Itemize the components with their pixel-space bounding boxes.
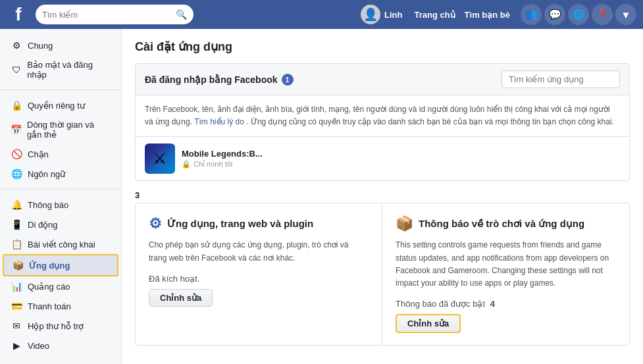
sidebar-item-label: Thanh toán (28, 301, 71, 311)
sidebar-item-label: Dòng thời gian và gắn thẻ (27, 120, 111, 140)
info-link[interactable]: Tìm hiểu lý do (194, 117, 244, 126)
sidebar-item-ngon-ngu[interactable]: 🌐 Ngôn ngữ (3, 164, 118, 184)
col1-title-label: Ứng dụng, trang web và plugin (167, 218, 313, 230)
app-info: Mobile Legends:B... 🔒 Chỉ mình tôi (182, 149, 263, 169)
sidebar-item-dong-thoi-gian[interactable]: 📅 Dòng thời gian và gắn thẻ (3, 115, 118, 144)
messages-icon[interactable]: 💬 (544, 4, 565, 25)
col1-desc: Cho phép bạn sử dụng các ứng dụng, plugi… (149, 239, 369, 264)
nav-user[interactable]: 👤 Linh (361, 5, 402, 24)
settings-col-icon: ⚙ (149, 215, 162, 232)
logged-in-section: Đã đăng nhập bằng Facebook 1 Trên Facebo… (135, 63, 630, 181)
lock-icon: 🔒 (11, 100, 22, 111)
app-thumbnail: ⚔ (145, 143, 175, 174)
sidebar-item-chan[interactable]: 🚫 Chặn (3, 144, 118, 164)
phone-icon: 📱 (11, 219, 22, 230)
nav-icons: 👥 💬 🌐 ❓ ▼ (521, 4, 636, 25)
navbar: f 🔍 👤 Linh Trang chủ Tìm bạn bè 👥 💬 🌐 ❓ … (0, 0, 643, 29)
game-col-icon: 📦 (396, 215, 413, 232)
document-icon: 📋 (11, 239, 22, 249)
sidebar-item-label: Chặn (28, 149, 49, 159)
sidebar: ⚙ Chung 🛡 Bảo mật và đăng nhập 🔒 Quyền r… (0, 29, 122, 364)
col2-title-label: Thông báo về trò chơi và ứng dụng (419, 218, 584, 230)
col1-title: ⚙ Ứng dụng, trang web và plugin (149, 215, 369, 232)
content-area: Cài đặt ứng dụng Đã đăng nhập bằng Faceb… (122, 29, 643, 364)
sidebar-item-ung-dung[interactable]: 📦 Ứng dụng (3, 254, 118, 276)
search-bar[interactable]: 🔍 (36, 5, 193, 24)
section-title-label: Đã đăng nhập bằng Facebook (145, 74, 278, 85)
col2-desc: This setting controls game requests from… (396, 239, 616, 290)
bell-icon: 🔔 (11, 199, 22, 210)
col2-status-label: Thông báo đã được bật (396, 299, 485, 309)
col1-edit-button[interactable]: Chỉnh sửa (149, 289, 213, 307)
sidebar-item-label: Di động (28, 220, 58, 230)
nav-home[interactable]: Trang chủ (414, 10, 455, 20)
page-title: Cài đặt ứng dụng (135, 39, 630, 54)
step4-label: 4 (490, 299, 495, 309)
sidebar-item-video[interactable]: ▶ Video (3, 336, 118, 355)
card-icon: 💳 (11, 301, 22, 311)
app-icon: 📦 (12, 260, 24, 271)
calendar-icon: 📅 (11, 124, 22, 135)
info-text: Trên Facebook, tên, ảnh đại diện, ảnh bì… (136, 95, 629, 137)
col2-status: Thông báo đã được bật 4 (396, 299, 616, 309)
facebook-logo[interactable]: f (7, 3, 30, 26)
sidebar-item-label: Video (28, 341, 49, 351)
sidebar-item-chung[interactable]: ⚙ Chung (3, 36, 118, 55)
video-icon: ▶ (11, 340, 22, 351)
sidebar-item-quyen-rieng-tu[interactable]: 🔒 Quyền riêng tư (3, 95, 118, 115)
gear-icon: ⚙ (11, 40, 22, 51)
col2-title: 📦 Thông báo về trò chơi và ứng dụng (396, 215, 616, 232)
nav-friends[interactable]: Tìm bạn bè (465, 10, 510, 20)
search-icon: 🔍 (176, 9, 187, 20)
chart-icon: 📊 (11, 281, 22, 292)
sidebar-item-label: Hộp thư hỗ trợ (28, 321, 84, 331)
sidebar-item-label: Quyền riêng tư (28, 101, 85, 111)
app-visibility: 🔒 Chỉ mình tôi (182, 160, 263, 169)
col1-box: ⚙ Ứng dụng, trang web và plugin Cho phép… (136, 203, 382, 345)
app-count-badge: 1 (282, 74, 294, 86)
sidebar-item-thong-bao[interactable]: 🔔 Thông báo (3, 195, 118, 215)
sidebar-item-di-dong[interactable]: 📱 Di động (3, 215, 118, 234)
section-header: Đã đăng nhập bằng Facebook 1 (136, 64, 629, 95)
settings-dropdown-icon[interactable]: ▼ (615, 4, 636, 25)
col2-box: 📦 Thông báo về trò chơi và ứng dụng This… (382, 203, 629, 345)
sidebar-item-bai-viet[interactable]: 📋 Bài viết công khai (3, 234, 118, 254)
search-input[interactable] (42, 10, 172, 20)
app-item: ⚔ Mobile Legends:B... 🔒 Chỉ mình tôi (136, 137, 629, 180)
help-icon[interactable]: ❓ (592, 4, 613, 25)
main-layout: ⚙ Chung 🛡 Bảo mật và đăng nhập 🔒 Quyền r… (0, 29, 643, 364)
app-name: Mobile Legends:B... (182, 149, 263, 159)
lock-small-icon: 🔒 (182, 160, 191, 169)
sidebar-item-hop-thu[interactable]: ✉ Hộp thư hỗ trợ (3, 316, 118, 336)
block-icon: 🚫 (11, 149, 22, 159)
sidebar-divider-2 (0, 189, 121, 190)
sidebar-item-bao-mat[interactable]: 🛡 Bảo mật và đăng nhập (3, 55, 118, 84)
avatar: 👤 (361, 5, 380, 24)
info-text-content2: . Ứng dụng cũng có quyền truy cập vào da… (246, 117, 614, 126)
col2-edit-button[interactable]: Chỉnh sửa (396, 314, 461, 333)
sidebar-item-quang-cao[interactable]: 📊 Quảng cáo (3, 276, 118, 296)
shield-icon: 🛡 (11, 65, 22, 75)
sidebar-divider-1 (0, 90, 121, 90)
sidebar-item-label: Bảo mật và đăng nhập (27, 60, 111, 80)
sidebar-item-label: Thông báo (28, 200, 68, 210)
sidebar-item-label: Chung (28, 41, 53, 51)
sidebar-item-thanh-toan[interactable]: 💳 Thanh toán (3, 296, 118, 316)
sidebar-item-label: Ứng dụng (29, 261, 70, 271)
section-header-title: Đã đăng nhập bằng Facebook 1 (145, 74, 294, 86)
user-name: Linh (384, 10, 402, 20)
sidebar-item-label: Ngôn ngữ (28, 169, 65, 179)
notifications-icon[interactable]: 🌐 (568, 4, 589, 25)
app-visible-label: Chỉ mình tôi (193, 160, 232, 169)
nav-links: Trang chủ Tìm bạn bè (414, 10, 510, 20)
sidebar-item-label: Bài viết công khai (28, 240, 95, 249)
mail-icon: ✉ (11, 321, 22, 331)
globe-icon: 🌐 (11, 169, 22, 179)
two-col-section: ⚙ Ứng dụng, trang web và plugin Cho phép… (135, 203, 630, 346)
search-app-input[interactable] (502, 70, 620, 88)
friend-requests-icon[interactable]: 👥 (521, 4, 542, 25)
col1-status: Đã kích hoạt. (149, 274, 369, 284)
sidebar-item-label: Quảng cáo (28, 282, 70, 292)
step3-label: 3 (135, 190, 630, 200)
